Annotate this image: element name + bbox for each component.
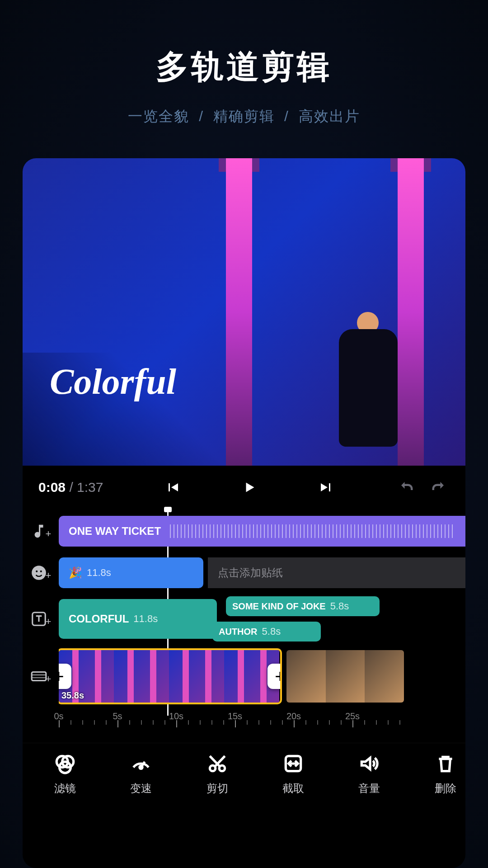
text-track: + COLORFUL 11.8s SOME KIND OF JOKE 5.8s …	[23, 596, 465, 642]
play-button[interactable]	[238, 476, 261, 499]
text-clip-joke[interactable]: SOME KIND OF JOKE 5.8s	[226, 596, 380, 616]
sticker-emoji: 🎉	[69, 566, 82, 579]
scissors-icon	[206, 752, 229, 775]
svg-rect-4	[32, 672, 46, 681]
total-duration: 1:37	[77, 480, 103, 495]
crop-icon	[282, 752, 305, 775]
hero-sep: /	[284, 108, 289, 124]
tool-label: 变速	[130, 781, 152, 796]
ruler-label: 20s	[286, 711, 301, 722]
trash-icon	[434, 752, 457, 775]
tool-label: 截取	[282, 781, 304, 796]
sticker-track: + 🎉 11.8s 点击添加贴纸	[23, 555, 465, 591]
hero-sub-3: 高效出片	[299, 108, 360, 124]
text-duration: 5.8s	[330, 600, 349, 612]
text-clip-author[interactable]: AUTHOR 5.8s	[212, 622, 321, 642]
delete-tool[interactable]: 删除	[418, 752, 465, 796]
sticker-placeholder[interactable]: 点击添加贴纸	[208, 557, 465, 588]
preview-text-overlay: Colorful	[50, 361, 176, 402]
speed-tool[interactable]: 变速	[114, 752, 168, 796]
tool-label: 滤镜	[54, 781, 76, 796]
ruler-label: 15s	[228, 711, 242, 722]
sticker-placeholder-text: 点击添加贴纸	[218, 566, 283, 580]
hero-sub-1: 一览全貌	[128, 108, 189, 124]
time-display: 0:08 / 1:37	[38, 480, 103, 495]
ruler-label: 5s	[113, 711, 122, 722]
ruler-label: 10s	[169, 711, 183, 722]
bottom-toolbar: 滤镜 变速 剪切 截取 音量 删除	[23, 743, 465, 809]
volume-tool[interactable]: 音量	[342, 752, 396, 796]
svg-point-2	[40, 571, 42, 572]
prev-button[interactable]	[161, 476, 184, 499]
ruler-label: 0s	[54, 711, 63, 722]
sticker-duration: 11.8s	[87, 567, 111, 579]
undo-button[interactable]	[395, 476, 418, 499]
add-video-button[interactable]: +	[23, 668, 59, 685]
speed-icon	[130, 752, 152, 775]
clip-duration: 35.8s	[61, 690, 84, 701]
timeline[interactable]: + ONE WAY TICKET + 🎉 11.8s	[23, 509, 465, 743]
add-text-button[interactable]: +	[23, 610, 59, 627]
add-music-button[interactable]: +	[23, 523, 59, 540]
video-track: + 35.8s + +	[23, 647, 465, 706]
hero-sub-2: 精确剪辑	[213, 108, 275, 124]
redo-button[interactable]	[427, 476, 450, 499]
tool-label: 音量	[358, 781, 380, 796]
sticker-clip[interactable]: 🎉 11.8s	[59, 557, 203, 588]
transport-bar: 0:08 / 1:37	[23, 466, 465, 509]
text-label: SOME KIND OF JOKE	[232, 601, 326, 612]
text-label: AUTHOR	[219, 627, 258, 637]
svg-point-0	[32, 566, 46, 580]
video-clip-1[interactable]: 35.8s + +	[59, 650, 280, 703]
svg-point-10	[219, 765, 225, 771]
add-clip-before-button[interactable]: +	[59, 664, 71, 689]
hero-subtitle: 一览全貌 / 精确剪辑 / 高效出片	[18, 107, 470, 127]
text-label: COLORFUL	[69, 613, 129, 625]
hero: 多轨道剪辑 一览全貌 / 精确剪辑 / 高效出片	[0, 0, 488, 140]
volume-icon	[358, 752, 380, 775]
preview-canvas[interactable]: Colorful	[23, 158, 465, 466]
hero-sep: /	[199, 108, 204, 124]
music-clip[interactable]: ONE WAY TICKET	[59, 516, 465, 547]
crop-tool[interactable]: 截取	[266, 752, 320, 796]
music-clip-label: ONE WAY TICKET	[69, 525, 161, 538]
filter-icon	[54, 752, 76, 775]
hero-title: 多轨道剪辑	[18, 45, 470, 89]
cut-tool[interactable]: 剪切	[190, 752, 244, 796]
add-sticker-button[interactable]: +	[23, 564, 59, 581]
text-duration: 5.8s	[262, 626, 281, 637]
svg-point-1	[36, 571, 38, 572]
music-track: + ONE WAY TICKET	[23, 513, 465, 549]
filter-tool[interactable]: 滤镜	[38, 752, 92, 796]
tool-label: 剪切	[206, 781, 228, 796]
svg-point-9	[210, 765, 216, 771]
ruler-label: 25s	[345, 711, 360, 722]
editor-app: Colorful 0:08 / 1:37	[23, 158, 465, 868]
tool-label: 删除	[435, 781, 456, 796]
video-clip-2[interactable]	[286, 650, 404, 703]
add-clip-after-button[interactable]: +	[267, 664, 280, 689]
text-duration: 11.8s	[133, 613, 158, 625]
time-ruler[interactable]: 0s5s10s15s20s25s	[23, 711, 465, 734]
text-clip-colorful[interactable]: COLORFUL 11.8s	[59, 599, 217, 639]
next-button[interactable]	[315, 476, 338, 499]
current-time: 0:08	[38, 480, 66, 495]
